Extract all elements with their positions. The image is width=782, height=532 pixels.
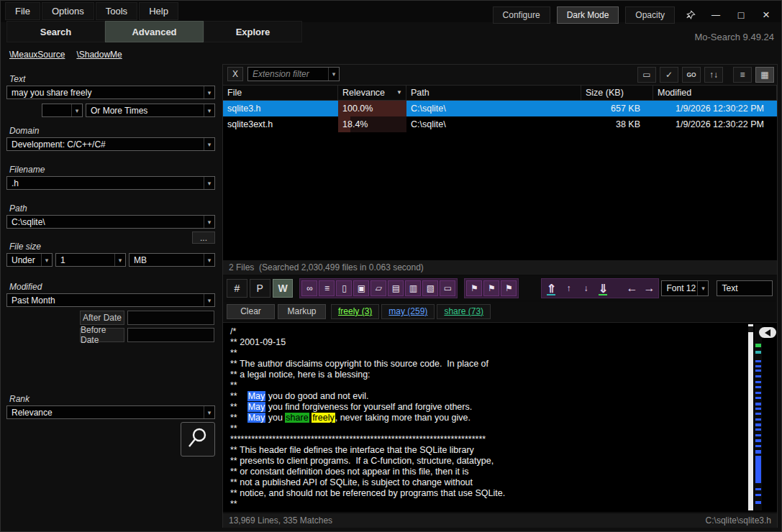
dropdown-arrow-icon[interactable] — [204, 104, 214, 116]
word-wrap-toggle[interactable]: W — [273, 279, 294, 298]
clear-filter-button[interactable]: X — [227, 67, 243, 81]
dropdown-arrow-icon[interactable] — [204, 294, 214, 306]
find-in-preview-icon[interactable]: ∞ — [301, 280, 317, 296]
full-width-icon[interactable]: ▭ — [440, 280, 455, 296]
domain-select[interactable]: Development: C/C++/C# — [6, 137, 215, 151]
plain-text-toggle[interactable]: P — [250, 279, 270, 298]
copy-text-icon[interactable]: ▣ — [353, 280, 369, 296]
select-files-icon[interactable]: ✓ — [660, 67, 678, 83]
tab-search[interactable]: Search — [6, 21, 105, 42]
menu-tools[interactable]: Tools — [96, 2, 137, 20]
code-line: ** 2001-09-15 — [230, 337, 740, 348]
filesize-label: File size — [9, 242, 41, 252]
column-header-file[interactable]: File — [223, 86, 338, 100]
dropdown-arrow-icon[interactable] — [204, 86, 214, 98]
line-numbers-icon[interactable]: ≡ — [319, 280, 335, 296]
column-header-modified[interactable]: Modified — [653, 86, 777, 100]
prev-match-icon[interactable]: ↑ — [560, 280, 576, 296]
pin-icon[interactable] — [681, 8, 700, 22]
save-results-icon[interactable]: ▧ — [422, 280, 438, 296]
saved-search-link[interactable]: \ShadowMe — [76, 50, 122, 60]
after-date-button[interactable]: After Date — [80, 311, 124, 325]
menu-file[interactable]: File — [5, 2, 40, 20]
dropdown-arrow-icon[interactable] — [204, 177, 214, 189]
match-term-button[interactable]: may (259) — [381, 304, 435, 319]
tab-explore[interactable]: Explore — [204, 21, 302, 42]
minimize-button[interactable] — [706, 8, 725, 22]
dropdown-arrow-icon[interactable] — [204, 254, 214, 266]
dropdown-arrow-icon[interactable] — [114, 254, 125, 266]
text-input[interactable]: may you share freely — [6, 86, 215, 99]
next-file-icon[interactable]: ⚑ — [501, 280, 517, 296]
path-input[interactable]: C:\sqlite\ — [6, 215, 215, 229]
prev-file-icon[interactable]: ⚑ — [466, 280, 482, 296]
column-header-size-kb-[interactable]: Size (KB) — [581, 86, 653, 100]
filename-input[interactable]: .h — [6, 176, 215, 190]
current-file-path: C:\sqlite\sqlite3.h — [706, 513, 771, 528]
sort-direction-icon[interactable]: ↑↓ — [704, 67, 723, 83]
dropdown-arrow-icon[interactable] — [328, 68, 339, 81]
next-match-icon[interactable]: ↓ — [578, 280, 594, 296]
match-map-mark — [755, 381, 761, 383]
open-folder-icon[interactable]: ▭ — [637, 67, 656, 83]
dropdown-arrow-icon[interactable] — [697, 281, 708, 295]
bookmark-icon[interactable]: ⚑ — [483, 280, 499, 296]
new-page-icon[interactable]: ▯ — [336, 280, 352, 296]
dropdown-arrow-icon[interactable] — [204, 406, 214, 418]
first-match-icon[interactable]: ⇑ — [543, 280, 559, 296]
filesize-unit-select[interactable]: MB — [129, 253, 215, 267]
clear-markup-button[interactable]: Clear — [227, 304, 275, 319]
dropdown-arrow-icon[interactable] — [204, 138, 214, 150]
goto-line-icon[interactable]: ▥ — [405, 280, 421, 296]
dark-mode-button[interactable]: Dark Mode — [557, 6, 619, 24]
file-report-icon[interactable]: ▤ — [388, 280, 404, 296]
next-term-icon[interactable]: → — [641, 280, 657, 296]
markup-button[interactable]: Markup — [278, 304, 326, 319]
code-line: ** notice, and should not be referenced … — [230, 488, 740, 499]
filesize-op-select[interactable]: Under — [6, 253, 53, 267]
table-row[interactable]: sqlite3.h100.0%C:\sqlite\657 KB1/9/2026 … — [223, 101, 777, 116]
extension-filter-input[interactable]: Extension filter — [247, 67, 340, 81]
match-map-mark — [755, 370, 761, 372]
count-input[interactable] — [42, 104, 83, 117]
match-term-button[interactable]: share (73) — [437, 304, 491, 319]
dropdown-arrow-icon[interactable] — [41, 254, 52, 266]
configure-button[interactable]: Configure — [493, 6, 550, 24]
maximize-button[interactable] — [732, 8, 750, 22]
saved-search-link[interactable]: \MeauxSource — [9, 50, 65, 60]
font-size-select[interactable]: Font 12 — [661, 280, 709, 296]
filesize-value-input[interactable]: 1 — [55, 253, 126, 267]
after-date-input[interactable] — [127, 311, 214, 325]
view-mode-select[interactable]: Text — [717, 280, 773, 296]
search-button[interactable] — [181, 422, 215, 457]
table-row[interactable]: sqlite3ext.h18.4%C:\sqlite\38 KB1/9/2026… — [223, 116, 777, 132]
modified-select[interactable]: Past Month — [6, 293, 215, 307]
position-pointer-icon[interactable] — [759, 327, 776, 338]
before-date-input[interactable] — [127, 328, 214, 342]
rank-select[interactable]: Relevance — [6, 405, 215, 419]
details-view-icon[interactable]: ▦ — [755, 67, 774, 83]
before-date-button[interactable]: Before Date — [80, 328, 124, 342]
preview-toolbar: # P W ∞≡▯▣▱▤▥▧▭ ⚑⚑⚑ ⇑↑↓⇓←→ Font 12 Text — [223, 276, 777, 301]
dropdown-arrow-icon[interactable] — [71, 104, 82, 116]
last-match-icon[interactable]: ⇓ — [595, 280, 611, 296]
match-map[interactable] — [755, 324, 762, 510]
column-header-relevance[interactable]: Relevance — [338, 86, 406, 100]
count-mode-select[interactable]: Or More Times — [86, 104, 215, 117]
open-containing-folder-icon[interactable]: ▱ — [370, 280, 386, 296]
menu-options[interactable]: Options — [42, 2, 94, 20]
preview-scrollbar[interactable] — [748, 324, 753, 510]
match-term-button[interactable]: freely (3) — [331, 304, 379, 319]
dropdown-arrow-icon[interactable] — [204, 216, 214, 228]
close-button[interactable] — [757, 8, 776, 22]
column-header-path[interactable]: Path — [406, 86, 581, 100]
line-numbers-toggle[interactable]: # — [227, 279, 247, 298]
list-view-icon[interactable]: ≡ — [733, 67, 752, 83]
cell-relevance: 100.0% — [338, 101, 406, 116]
browse-path-button[interactable]: ... — [192, 231, 215, 244]
menu-help[interactable]: Help — [139, 2, 178, 20]
go-icon[interactable]: GO — [682, 67, 701, 83]
tab-advanced[interactable]: Advanced — [105, 21, 204, 42]
prev-term-icon[interactable]: ← — [624, 280, 640, 296]
opacity-button[interactable]: Opacity — [625, 6, 675, 24]
